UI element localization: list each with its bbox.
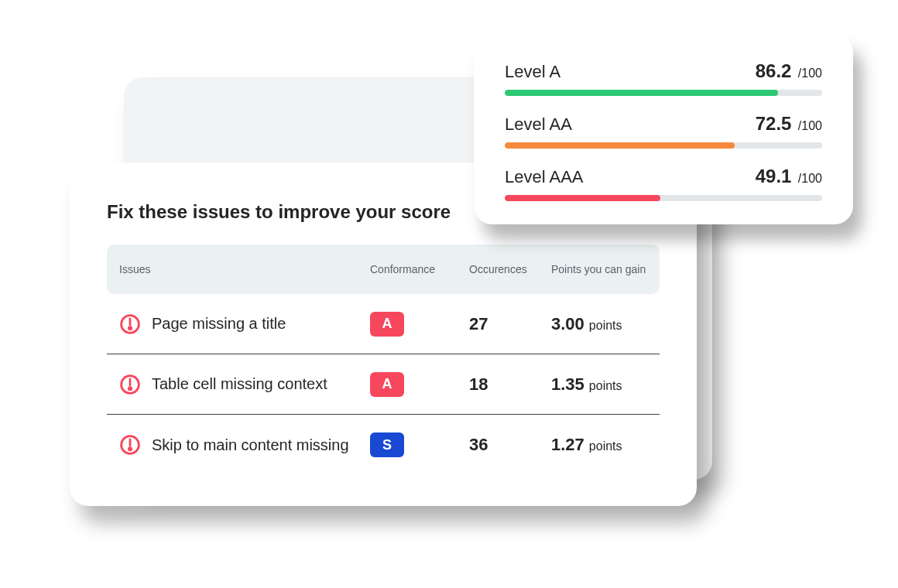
conformance-badge: A	[370, 312, 404, 337]
score-row-level-aaa: Level AAA 49.1 /100	[505, 166, 822, 201]
score-max: /100	[798, 119, 822, 132]
table-row[interactable]: Table cell missing context A 18 1.35 poi…	[107, 354, 660, 415]
score-card: Level A 86.2 /100 Level AA 72.5 /100 Lev…	[474, 34, 853, 224]
issue-text: Table cell missing context	[152, 375, 327, 393]
score-row-level-aa: Level AA 72.5 /100	[505, 113, 822, 149]
points-value: 3.00	[551, 314, 584, 334]
conformance-badge: S	[370, 432, 404, 457]
score-value: 86.2	[756, 60, 792, 81]
score-max: /100	[798, 67, 822, 80]
score-max: /100	[798, 172, 822, 185]
alert-icon	[119, 374, 141, 395]
alert-icon	[119, 313, 141, 335]
points-unit: points	[589, 379, 622, 393]
score-bar	[505, 90, 822, 96]
occurrences-value: 36	[463, 435, 551, 455]
points-unit: points	[589, 439, 622, 453]
svg-point-3	[129, 387, 131, 389]
column-header-issues: Issues	[119, 263, 370, 275]
score-label: Level AA	[505, 115, 572, 135]
column-header-points: Points you can gain	[551, 263, 652, 276]
score-label: Level A	[505, 62, 560, 82]
occurrences-value: 18	[463, 374, 551, 395]
column-header-occurrences: Occurences	[463, 263, 551, 275]
conformance-badge: A	[370, 372, 404, 397]
score-bar	[505, 195, 822, 201]
points-value: 1.35	[551, 374, 584, 395]
svg-point-1	[129, 326, 131, 329]
score-bar	[505, 142, 822, 149]
issues-table-header: Issues Conformance Occurences Points you…	[107, 244, 660, 294]
points-unit: points	[589, 319, 622, 333]
table-row[interactable]: Skip to main content missing S 36 1.27 p…	[107, 415, 660, 475]
svg-point-5	[129, 448, 131, 450]
table-row[interactable]: Page missing a title A 27 3.00 points	[107, 294, 660, 354]
score-row-level-a: Level A 86.2 /100	[505, 60, 822, 96]
alert-icon	[119, 434, 141, 456]
issue-text: Skip to main content missing	[152, 436, 349, 454]
score-label: Level AAA	[505, 167, 584, 187]
occurrences-value: 27	[463, 314, 551, 334]
score-value: 49.1	[756, 166, 792, 186]
issue-text: Page missing a title	[152, 315, 286, 333]
column-header-conformance: Conformance	[370, 263, 463, 275]
score-value: 72.5	[756, 113, 792, 134]
points-value: 1.27	[551, 435, 584, 455]
